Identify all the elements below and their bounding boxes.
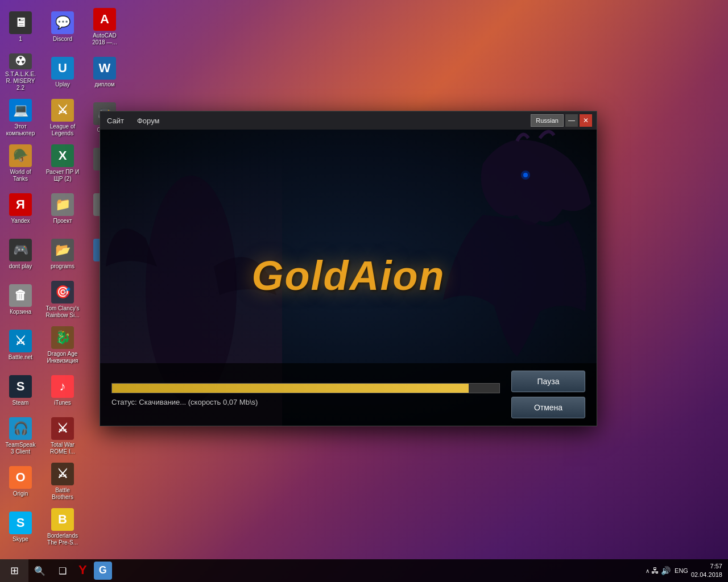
icon-image: 🎮 [9, 239, 32, 261]
icon-image: 🎯 [51, 281, 74, 304]
launcher-titlebar: Сайт Форум Russian — ✕ [100, 111, 597, 130]
dragon-right [426, 130, 597, 357]
search-button[interactable]: 🔍 [28, 559, 51, 582]
desktop-icon-worldoftanks[interactable]: 🪖World of Tanks [1, 142, 40, 185]
desktop-icon-totalwarrome[interactable]: ⚔Total War ROME I... [43, 415, 82, 458]
icon-label: Dragon Age Инквизиция [46, 351, 80, 364]
desktop-icon-dontplay[interactable]: 🎮dont play [1, 233, 40, 276]
icon-label: 1 [19, 36, 22, 43]
icon-image: ⚔ [51, 99, 74, 122]
icon-label: dont play [9, 263, 32, 270]
search-icon: 🔍 [34, 566, 46, 576]
desktop-icon-borderlandst[interactable]: BBorderlands The Pre-S... [43, 506, 82, 548]
cancel-button[interactable]: Отмена [511, 397, 585, 418]
icon-label: Discord [53, 36, 72, 43]
pause-button[interactable]: Пауза [511, 371, 585, 392]
windows-icon: ⊞ [10, 564, 19, 577]
desktop-icon-battle.net[interactable]: ⚔Battle.net [1, 324, 40, 367]
icon-image: U [51, 57, 74, 80]
icon-image: B [51, 508, 74, 531]
clock[interactable]: 7:57 02.04.2018 [691, 562, 722, 580]
icon-image: ⚔ [51, 463, 74, 485]
icon-image: 🪖 [9, 144, 32, 167]
icon-image: ♪ [51, 375, 74, 398]
status-text: Статус: Скачивание... (скорость 0,07 Mb\… [111, 398, 500, 406]
icon-image: ⚔ [51, 417, 74, 440]
icon-label: Origin [13, 490, 28, 497]
desktop-icon-s.t.a.l.k.e.[interactable]: ☢S.T.A.L.K.E.R. MISERY 2.2 [1, 51, 40, 94]
icon-label: Total War ROME I... [46, 442, 80, 455]
desktop-icon-tomclancy'sr[interactable]: 🎯Tom Clancy's Rainbow Si... [43, 278, 82, 321]
menu-forum[interactable]: Форум [135, 115, 162, 126]
desktop-icon-uplay[interactable]: UUplay [43, 51, 82, 94]
desktop-icon-1[interactable]: 🖥1 [1, 6, 40, 48]
desktop-icon-programs[interactable]: 📂programs [43, 233, 82, 276]
launcher-title: GoldAion [252, 252, 445, 298]
icon-image: Я [9, 193, 32, 216]
icon-label: Skype [13, 536, 28, 543]
desktop: 🖥1☢S.T.A.L.K.E.R. MISERY 2.2💻Этот компью… [0, 0, 728, 582]
icon-image: X [51, 144, 74, 167]
icon-label: Battle.net [9, 354, 32, 361]
icon-label: Расчет ПР И ЩР (2) [46, 169, 80, 182]
icon-image: ☢ [9, 53, 32, 69]
desktop-icon-этоткомпьюте[interactable]: 💻Этот компьютер [1, 97, 40, 139]
icon-image: 📁 [51, 193, 74, 216]
clock-time: 7:57 [691, 562, 722, 571]
desktop-icon-steam[interactable]: SSteam [1, 369, 40, 412]
taskbar: ⊞ 🔍 ❑ Y G ∧ 🖧 🔊 ENG 7:57 02.04.2018 [0, 559, 728, 582]
desktop-icon-leagueoflege[interactable]: ⚔League of Legends [43, 97, 82, 139]
desktop-icon-расчетприщр([interactable]: XРасчет ПР И ЩР (2) [43, 142, 82, 185]
launcher-menu: Сайт Форум [105, 115, 531, 126]
icon-image: 🖥 [9, 11, 32, 34]
desktop-icon-корзина[interactable]: 🗑Корзина [1, 278, 40, 321]
icon-label: Tom Clancy's Rainbow Si... [46, 305, 80, 319]
language-button[interactable]: Russian [531, 114, 564, 127]
desktop-icon-проект[interactable]: 📁Проект [43, 188, 82, 230]
icon-label: Uplay [55, 81, 70, 88]
clock-date: 02.04.2018 [691, 571, 722, 579]
icon-image: S [9, 512, 32, 534]
icon-label: League of Legends [46, 123, 80, 137]
close-button[interactable]: ✕ [580, 114, 592, 127]
desktop-icon-teamspeak3cl[interactable]: 🎧TeamSpeak 3 Client [1, 415, 40, 458]
launcher-window: Сайт Форум Russian — ✕ [100, 111, 597, 426]
action-buttons: Пауза Отмена [511, 371, 585, 418]
volume-icon: 🔊 [661, 566, 671, 575]
taskbar-g[interactable]: G [94, 562, 112, 580]
launcher-bottom: Статус: Скачивание... (скорость 0,07 Mb\… [100, 363, 597, 426]
icon-image: S [9, 375, 32, 398]
icon-image: ⚔ [9, 330, 32, 352]
task-view-icon: ❑ [59, 566, 67, 576]
tray-arrow[interactable]: ∧ [646, 568, 650, 574]
taskbar-yandex[interactable]: Y [74, 559, 92, 582]
icon-image: 📂 [51, 239, 74, 261]
minimize-button[interactable]: — [565, 114, 578, 127]
desktop-icon-origin[interactable]: OOrigin [1, 460, 40, 503]
icon-label: TeamSpeak 3 Client [3, 442, 38, 455]
desktop-icon-dragonageинк[interactable]: 🐉Dragon Age Инквизиция [43, 324, 82, 367]
icon-label: Корзина [10, 309, 31, 315]
launcher-content: GoldAion Статус: Скачивание... (скорость… [100, 130, 597, 426]
icon-image: 💬 [51, 11, 74, 34]
icon-label: Borderlands The Pre-S... [46, 533, 80, 546]
icon-label: диплом [94, 81, 114, 88]
menu-site[interactable]: Сайт [105, 115, 126, 126]
icon-image: 🗑 [9, 284, 32, 307]
task-view-button[interactable]: ❑ [51, 559, 74, 582]
desktop-icon-discord[interactable]: 💬Discord [43, 6, 82, 48]
start-button[interactable]: ⊞ [0, 559, 28, 582]
desktop-icon-yandex[interactable]: ЯYandex [1, 188, 40, 230]
desktop-icon-диплом[interactable]: Wдиплом [85, 51, 124, 94]
icon-label: Steam [13, 400, 29, 406]
desktop-icon-battlebrothe[interactable]: ⚔Battle Brothers [43, 460, 82, 503]
progress-bar-container [111, 383, 500, 393]
progress-section: Статус: Скачивание... (скорость 0,07 Mb\… [111, 383, 500, 406]
icon-label: AutoCAD 2018 —... [88, 32, 122, 46]
icon-label: Battle Brothers [46, 487, 80, 501]
language-indicator[interactable]: ENG [675, 567, 688, 574]
desktop-icon-itunes[interactable]: ♪iTunes [43, 369, 82, 412]
system-tray: ∧ 🖧 🔊 ENG [646, 566, 688, 575]
desktop-icon-autocad2018—[interactable]: AAutoCAD 2018 —... [85, 6, 124, 48]
desktop-icon-skype[interactable]: SSkype [1, 506, 40, 548]
